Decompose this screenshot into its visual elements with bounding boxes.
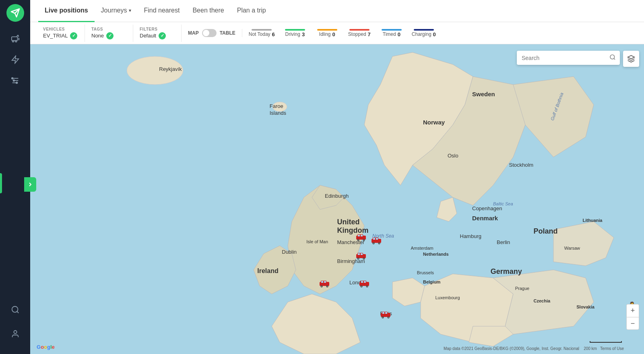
status-charging-label: Charging	[412, 31, 431, 37]
sidebar-item-charging[interactable]	[6, 51, 24, 68]
svg-rect-64	[385, 312, 387, 314]
status-timed-line	[382, 29, 402, 31]
status-stopped-label: Stopped	[348, 31, 366, 37]
nav-live-positions[interactable]: Live positions	[38, 0, 95, 22]
vehicle-marker-5[interactable]	[359, 279, 370, 288]
svg-point-60	[367, 286, 367, 287]
svg-point-10	[13, 80, 14, 81]
nav-plan-trip[interactable]: Plan a trip	[231, 0, 272, 22]
status-idling-label: Idling	[319, 31, 331, 37]
status-stopped-line	[349, 29, 369, 31]
nav-been-there[interactable]: Been there	[186, 0, 230, 22]
svg-marker-5	[12, 56, 19, 63]
journeys-chevron: ▾	[129, 8, 131, 13]
status-not-today-count: 6	[272, 31, 275, 37]
scale-line	[590, 341, 622, 343]
status-idling-count: 0	[332, 31, 335, 37]
zoom-out-button[interactable]: −	[626, 317, 639, 330]
svg-rect-56	[364, 281, 366, 283]
sidebar	[0, 0, 30, 354]
svg-point-4	[15, 41, 17, 42]
nav-journeys[interactable]: Journeys ▾	[95, 0, 138, 22]
status-charging-count: 0	[433, 31, 436, 37]
tags-filter[interactable]: TAGS None	[85, 25, 133, 42]
layers-button[interactable]	[623, 51, 639, 67]
svg-point-34	[373, 243, 374, 244]
zoom-controls: + −	[626, 304, 639, 330]
sidebar-item-search[interactable]	[6, 301, 24, 319]
map-attribution: Map data ©2021 GeoBasis-DE/BKG (©2009), …	[444, 346, 624, 351]
filters-filter[interactable]: FILTERS Default	[133, 25, 182, 42]
zoom-in-button[interactable]: +	[626, 304, 639, 317]
sidebar-item-settings[interactable]	[6, 72, 24, 89]
svg-point-9	[11, 78, 13, 79]
status-timed[interactable]: Timed 0	[380, 29, 404, 37]
main-content: Live positions Journeys ▾ Find nearest B…	[30, 0, 644, 354]
status-timed-count: 0	[398, 31, 400, 37]
svg-rect-2	[11, 37, 17, 40]
tags-filter-value: None	[91, 33, 104, 39]
svg-rect-39	[358, 253, 360, 255]
svg-point-12	[12, 306, 18, 313]
sidebar-item-user[interactable]	[6, 325, 24, 343]
top-navigation: Live positions Journeys ▾ Find nearest B…	[30, 0, 644, 22]
sidebar-expand-button[interactable]	[24, 177, 36, 192]
map-search-button[interactable]	[605, 51, 620, 65]
map-table-switch[interactable]	[202, 29, 217, 37]
status-idling[interactable]: Idling 0	[315, 29, 339, 37]
svg-rect-32	[376, 238, 378, 240]
map-label: MAP	[188, 30, 199, 36]
vehicle-marker-1[interactable]	[355, 233, 367, 241]
vehicle-marker-4[interactable]	[319, 279, 330, 288]
sidebar-item-vehicles[interactable]	[6, 30, 24, 48]
status-not-today-line	[252, 29, 272, 31]
svg-line-13	[17, 311, 19, 313]
sidebar-bottom	[6, 301, 24, 350]
map-container[interactable]: Gulf of Bothnia Baltic Sea North Sea Rey…	[30, 44, 644, 354]
svg-point-11	[16, 82, 17, 84]
svg-point-14	[14, 331, 17, 333]
status-not-today[interactable]: Not Today 6	[249, 29, 275, 37]
nav-find-nearest[interactable]: Find nearest	[138, 0, 186, 22]
status-driving[interactable]: Driving 3	[283, 29, 307, 37]
tags-filter-label: TAGS	[91, 27, 126, 31]
status-not-today-label: Not Today	[249, 31, 270, 37]
status-stopped[interactable]: Stopped 7	[347, 29, 372, 37]
svg-point-58	[361, 286, 362, 287]
svg-rect-47	[321, 281, 323, 283]
vehicle-marker-3[interactable]	[355, 252, 367, 260]
map-search-input[interactable]	[517, 52, 605, 64]
map-background: Gulf of Bothnia Baltic Sea North Sea Rey…	[30, 44, 644, 354]
vehicle-marker-6[interactable]	[380, 311, 391, 319]
vehicle-marker-2[interactable]	[371, 236, 382, 244]
svg-rect-31	[373, 238, 375, 240]
map-svg: Gulf of Bothnia Baltic Sea North Sea	[30, 44, 644, 354]
vehicles-filter-check	[70, 32, 77, 39]
svg-point-17	[272, 102, 287, 112]
svg-point-50	[321, 286, 322, 287]
svg-point-68	[388, 317, 389, 318]
logo-button[interactable]	[6, 4, 24, 22]
status-charging[interactable]: Charging 0	[412, 29, 436, 37]
svg-rect-40	[361, 253, 363, 255]
scale-bar	[590, 341, 622, 343]
map-table-toggle[interactable]: MAP TABLE	[182, 29, 242, 37]
svg-point-28	[363, 240, 364, 240]
svg-text:Baltic Sea: Baltic Sea	[493, 201, 513, 206]
scale-label: 200 km	[584, 346, 597, 351]
svg-line-70	[614, 58, 615, 60]
svg-rect-63	[382, 312, 384, 314]
google-logo: Google	[37, 344, 55, 350]
status-idling-line	[317, 29, 337, 31]
svg-rect-23	[358, 235, 360, 236]
filters-filter-label: FILTERS	[140, 27, 175, 31]
map-search-box[interactable]	[517, 51, 620, 65]
status-charging-line	[414, 29, 434, 31]
svg-point-26	[358, 240, 359, 240]
vehicles-filter-label: VEHICLES	[43, 27, 78, 31]
filters-filter-check	[159, 32, 166, 39]
filters-filter-value: Default	[140, 33, 156, 39]
vehicles-filter-value: EV_TRIAL	[43, 33, 68, 39]
status-driving-line	[285, 29, 305, 31]
vehicles-filter[interactable]: VEHICLES EV_TRIAL	[37, 25, 85, 42]
